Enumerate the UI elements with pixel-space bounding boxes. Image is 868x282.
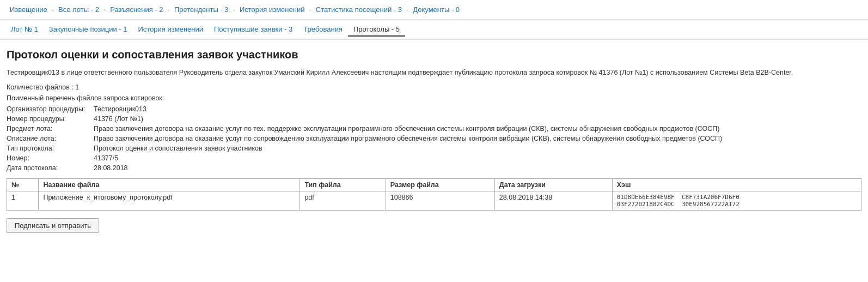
info-row-data: Дата протокола: 28.08.2018	[7, 164, 861, 172]
sub-nav-item-trebovaniya[interactable]: Требования	[298, 23, 348, 35]
cell-num: 1	[7, 191, 39, 210]
info-row-opisanie: Описание лота: Право заключения договора…	[7, 135, 861, 142]
info-label-tip: Тип протокола:	[7, 145, 94, 152]
sub-nav-item-istoriya[interactable]: История изменений	[132, 23, 209, 35]
info-row-tip: Тип протокола: Протокол оценки и сопоста…	[7, 145, 861, 152]
sign-send-button[interactable]: Подписать и отправить	[7, 218, 99, 233]
sub-nav-item-zakupochnye[interactable]: Закупочные позиции - 1	[44, 23, 133, 35]
col-header-filename: Название файла	[39, 178, 300, 191]
col-header-filetype: Тип файла	[300, 178, 386, 191]
info-row-nomer-proc: Номер процедуры: 41376 (Лот №1)	[7, 115, 861, 123]
top-nav-item-statistika[interactable]: Статистика посещений - 3	[311, 4, 406, 15]
cell-hash: 01D8DE66E384E98F C8F731A206F7D6F0 03F272…	[612, 191, 861, 210]
description-text: Тестировщик013 в лице ответственного пол…	[7, 68, 861, 78]
main-content: Протокол оценки и сопоставления заявок у…	[0, 40, 868, 242]
top-nav-item-razyasneniya[interactable]: Разъяснения - 2	[106, 4, 167, 15]
top-nav-item-izveshenie[interactable]: Извещение	[5, 4, 52, 15]
info-value-opisanie: Право заключения договора на оказание ус…	[94, 135, 861, 142]
col-header-hash: Хэш	[612, 178, 861, 191]
info-value-predmet: Право заключения договора на оказание ус…	[94, 125, 861, 133]
top-navigation: Извещение - Все лоты - 2 - Разъяснения -…	[0, 0, 868, 20]
sub-nav-item-protokoly[interactable]: Протоколы - 5	[348, 23, 405, 37]
info-label-opisanie: Описание лота:	[7, 135, 94, 142]
cell-uploaddate: 28.08.2018 14:38	[494, 191, 612, 210]
info-label-organizer: Организатор процедуры:	[7, 105, 94, 113]
info-value-data: 28.08.2018	[94, 164, 861, 172]
info-row-nomer: Номер: 41377/5	[7, 154, 861, 162]
cell-filename: Приложение_к_итоговому_протоколу.pdf	[39, 191, 300, 210]
sub-nav-item-lot[interactable]: Лот № 1	[5, 23, 44, 35]
top-nav-item-vse-loty[interactable]: Все лоты - 2	[54, 4, 103, 15]
cell-filetype: pdf	[300, 191, 386, 210]
info-value-nomer: 41377/5	[94, 154, 861, 162]
top-nav-item-dokumenty[interactable]: Документы - 0	[408, 4, 464, 15]
info-label-nomer: Номер:	[7, 154, 94, 162]
col-header-uploaddate: Дата загрузки	[494, 178, 612, 191]
files-count: Количество файлов : 1	[7, 83, 861, 91]
info-value-nomer-proc: 41376 (Лот №1)	[94, 115, 861, 123]
page-title: Протокол оценки и сопоставления заявок у…	[7, 49, 861, 61]
info-table: Организатор процедуры: Тестировщик013 Но…	[7, 105, 861, 172]
info-row-organizer: Организатор процедуры: Тестировщик013	[7, 105, 861, 113]
top-nav-item-istoriya[interactable]: История изменений	[235, 4, 309, 15]
info-label-data: Дата протокола:	[7, 164, 94, 172]
sub-navigation: Лот № 1 Закупочные позиции - 1 История и…	[0, 20, 868, 40]
info-row-predmet: Предмет лота: Право заключения договора …	[7, 125, 861, 133]
table-row: 1Приложение_к_итоговому_протоколу.pdfpdf…	[7, 191, 861, 210]
col-header-num: №	[7, 178, 39, 191]
named-list-label: Поименный перечень файлов запроса котиро…	[7, 94, 861, 102]
top-nav-item-pretendenty[interactable]: Претенденты - 3	[170, 4, 233, 15]
info-label-predmet: Предмет лота:	[7, 125, 94, 133]
info-value-tip: Протокол оценки и сопоставления заявок у…	[94, 145, 861, 152]
col-header-filesize: Размер файла	[386, 178, 494, 191]
sub-nav-item-postupivshie[interactable]: Поступившие заявки - 3	[209, 23, 298, 35]
info-value-organizer: Тестировщик013	[94, 105, 861, 113]
cell-filesize: 108866	[386, 191, 494, 210]
info-label-nomer-proc: Номер процедуры:	[7, 115, 94, 123]
files-table: № Название файла Тип файла Размер файла …	[7, 178, 861, 211]
